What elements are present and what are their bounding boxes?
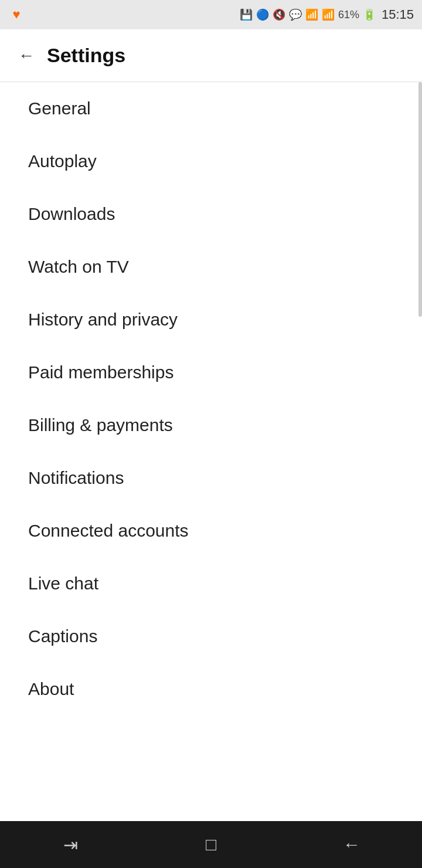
recent-apps-icon: ⇥ [63, 835, 78, 855]
status-time: 15:15 [382, 7, 414, 22]
settings-item-label-about: About [28, 679, 74, 699]
app-bar: ← Settings [0, 29, 422, 82]
settings-item-history-privacy[interactable]: History and privacy [0, 293, 422, 346]
settings-item-watch-on-tv[interactable]: Watch on TV [0, 240, 422, 293]
settings-item-billing-payments[interactable]: Billing & payments [0, 399, 422, 452]
battery-icon: 🔋 [363, 8, 376, 21]
settings-item-label-billing-payments: Billing & payments [28, 415, 173, 435]
status-bar-left: ♥ [6, 4, 27, 25]
app-icon: ♥ [6, 4, 27, 25]
nav-recent-button[interactable]: ⇥ [35, 827, 106, 862]
settings-list: General Autoplay Downloads Watch on TV H… [0, 82, 422, 716]
back-arrow-icon: ← [18, 46, 35, 65]
settings-item-about[interactable]: About [0, 663, 422, 716]
settings-item-general[interactable]: General [0, 82, 422, 135]
status-bar: ♥ 💾 🔵 🔇 💬 📶 📶 61% 🔋 15:15 [0, 0, 422, 29]
wifi-icon: 📶 [305, 8, 318, 21]
settings-item-autoplay[interactable]: Autoplay [0, 135, 422, 188]
home-icon: □ [206, 835, 216, 855]
status-bar-right: 💾 🔵 🔇 💬 📶 📶 61% 🔋 15:15 [240, 7, 414, 22]
back-button[interactable]: ← [12, 41, 41, 70]
signal-icon: 📶 [322, 8, 335, 21]
settings-item-label-paid-memberships: Paid memberships [28, 362, 173, 382]
nav-back-button[interactable]: ← [316, 827, 387, 862]
settings-item-label-notifications: Notifications [28, 468, 124, 488]
settings-item-live-chat[interactable]: Live chat [0, 557, 422, 610]
settings-item-paid-memberships[interactable]: Paid memberships [0, 346, 422, 399]
settings-item-label-connected-accounts: Connected accounts [28, 521, 189, 541]
bluetooth-icon: 🔵 [256, 8, 269, 21]
settings-item-label-watch-on-tv: Watch on TV [28, 257, 129, 277]
scrollbar-indicator [418, 82, 422, 317]
nav-home-button[interactable]: □ [176, 827, 246, 862]
bottom-nav: ⇥ □ ← [0, 821, 422, 868]
mute-icon: 🔇 [273, 8, 285, 21]
settings-item-captions[interactable]: Captions [0, 610, 422, 663]
settings-item-label-captions: Captions [28, 626, 97, 646]
settings-item-label-live-chat: Live chat [28, 574, 98, 594]
settings-item-downloads[interactable]: Downloads [0, 188, 422, 240]
settings-item-label-history-privacy: History and privacy [28, 310, 178, 330]
message-icon: 💬 [289, 8, 302, 21]
page-title: Settings [47, 44, 125, 67]
back-nav-icon: ← [343, 835, 360, 855]
settings-item-label-autoplay: Autoplay [28, 151, 97, 171]
battery-percent: 61% [338, 9, 359, 21]
save-icon: 💾 [240, 8, 253, 21]
settings-item-connected-accounts[interactable]: Connected accounts [0, 504, 422, 557]
settings-item-notifications[interactable]: Notifications [0, 452, 422, 504]
heart-icon: ♥ [12, 7, 20, 22]
settings-item-label-general: General [28, 99, 91, 118]
settings-item-label-downloads: Downloads [28, 204, 115, 224]
